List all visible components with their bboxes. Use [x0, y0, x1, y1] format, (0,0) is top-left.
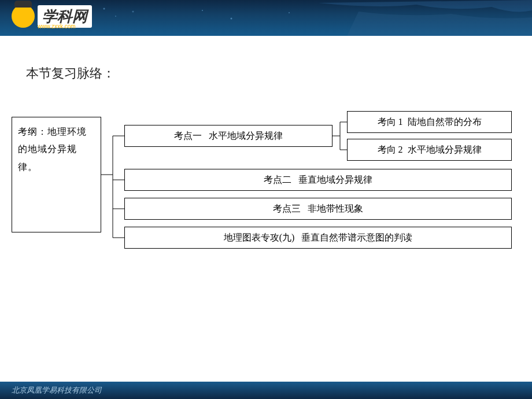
topic4-box: 地理图表专攻(九) 垂直自然带谱示意图的判读	[124, 227, 512, 249]
svg-point-5	[289, 12, 290, 13]
top-banner: 学科网 www.zxxk.com	[0, 0, 532, 36]
logo-mascot-icon	[12, 5, 35, 28]
logo-url: www.zxxk.com	[38, 23, 76, 29]
sub2-label: 考向 2	[378, 141, 403, 158]
topic3-label: 考点三	[273, 200, 301, 217]
topic3-content: 非地带性现象	[308, 200, 363, 217]
topic4-content: 垂直自然带谱示意图的判读	[301, 229, 412, 246]
topic3-box: 考点三 非地带性现象	[124, 198, 512, 220]
sub1-box: 考向 1 陆地自然带的分布	[347, 111, 512, 133]
svg-point-0	[104, 8, 105, 10]
svg-point-4	[231, 18, 232, 20]
topic4-label: 地理图表专攻(九)	[224, 229, 295, 246]
svg-point-2	[132, 11, 134, 13]
topic2-label: 考点二	[264, 171, 291, 189]
svg-point-1	[115, 16, 116, 17]
review-diagram: 考纲：地理环境的地域分异规律。 考点一 水平地域分异规律 考向 1 陆地自然带的…	[12, 111, 509, 256]
section-title: 本节复习脉络：	[26, 65, 509, 82]
root-box: 考纲：地理环境的地域分异规律。	[12, 117, 101, 232]
topic2-content: 垂直地域分异规律	[298, 171, 372, 189]
sub2-content: 水平地域分异规律	[408, 141, 482, 158]
topic1-content: 水平地域分异规律	[209, 127, 283, 145]
sub2-box: 考向 2 水平地域分异规律	[347, 139, 512, 161]
content-area: 本节复习脉络：	[0, 36, 532, 267]
bottom-banner: 北京凤凰学易科技有限公司	[0, 382, 532, 399]
topic1-box: 考点一 水平地域分异规律	[124, 125, 332, 147]
sub1-label: 考向 1	[378, 113, 403, 131]
topic2-box: 考点二 垂直地域分异规律	[124, 169, 512, 191]
svg-point-3	[202, 10, 203, 11]
sub1-content: 陆地自然带的分布	[408, 113, 482, 131]
topic1-label: 考点一	[174, 127, 202, 145]
footer-text: 北京凤凰学易科技有限公司	[12, 385, 102, 396]
root-label: 考纲：	[18, 127, 47, 136]
